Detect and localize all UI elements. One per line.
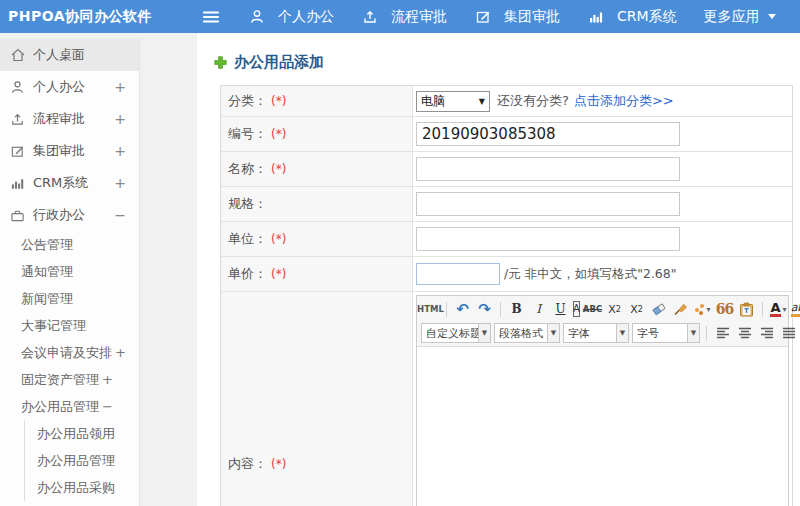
supplies-add-form: 分类： (*) 电脑 ▼ 还没有分类? 点击添加分类>> (220, 85, 793, 506)
required-mark: (*) (271, 127, 286, 141)
justify-icon[interactable] (779, 324, 798, 342)
code-label: 编号： (*) (221, 117, 413, 151)
superscript-button[interactable]: X2 (605, 300, 624, 318)
nav-workflow-approval[interactable]: 流程审批 (361, 8, 447, 26)
hamburger-menu-icon[interactable] (202, 10, 220, 24)
price-input[interactable] (416, 263, 500, 285)
nav-more-apps[interactable]: 更多应用 (704, 8, 776, 26)
sidebar-item-label: 个人桌面 (33, 46, 85, 64)
name-input[interactable] (416, 157, 680, 181)
code-input[interactable] (416, 122, 680, 146)
sidebar-item-admin-office[interactable]: 行政办公 − (0, 199, 139, 231)
expand-toggle[interactable]: + (114, 112, 126, 126)
spec-input[interactable] (416, 192, 680, 216)
form-row-name: 名称： (*) (221, 152, 792, 187)
sidebar-item-label: 办公用品采购 (37, 479, 115, 497)
format-brush-icon[interactable] (671, 300, 690, 318)
sidebar-item-label: 固定资产管理 (21, 371, 99, 389)
sidebar-item-label: 公告管理 (21, 236, 73, 254)
category-select[interactable]: 电脑 ▼ (416, 91, 490, 112)
align-left-icon[interactable] (713, 324, 732, 342)
toolbar-separator (762, 302, 763, 317)
expand-toggle[interactable]: + (115, 345, 126, 360)
paragraph-format-dropdown[interactable]: 段落格式▼ (494, 323, 560, 343)
sidebar-item-announcement-mgmt[interactable]: 公告管理 (0, 231, 139, 258)
form-row-spec: 规格： (221, 187, 792, 222)
mini-caret-icon: ▾ (783, 305, 787, 314)
sidebar-item-group-approval[interactable]: 集团审批 + (0, 135, 139, 167)
eraser-icon[interactable] (649, 300, 668, 318)
sidebar-item-news-mgmt[interactable]: 新闻管理 (0, 285, 139, 312)
subscript-button[interactable]: X2 (627, 300, 646, 318)
sidebar-item-supplies-claim[interactable]: 办公用品领用 (37, 420, 139, 447)
sidebar-item-meeting-request[interactable]: 会议申请及安排 + (0, 339, 139, 366)
paste-clipboard-icon[interactable]: T (737, 300, 756, 318)
underline-button[interactable]: U (551, 300, 570, 318)
sidebar-item-label: 集团审批 (33, 142, 85, 160)
sidebar-item-desktop[interactable]: 个人桌面 (0, 39, 139, 71)
sidebar-item-supplies-mgmt[interactable]: 办公用品管理 − (0, 393, 139, 420)
nav-label: 集团审批 (504, 8, 560, 26)
nav-label: 个人办公 (278, 8, 334, 26)
sidebar-item-supplies-manage[interactable]: 办公用品管理 (37, 447, 139, 474)
align-center-icon[interactable] (735, 324, 754, 342)
form-row-price: 单价： (*) /元 非中文，如填写格式"2.68" (221, 257, 792, 292)
collapse-toggle[interactable]: − (102, 399, 113, 414)
redo-icon[interactable]: ↷ (475, 300, 494, 318)
form-row-code: 编号： (*) (221, 117, 792, 152)
price-label: 单价： (*) (221, 257, 413, 291)
bold-button[interactable]: B (507, 300, 526, 318)
italic-button[interactable]: I (529, 300, 548, 318)
font-family-dropdown[interactable]: 字体▼ (563, 323, 629, 343)
heading-dropdown[interactable]: 自定义标题▼ (421, 323, 491, 343)
mini-caret-icon: ▾ (706, 305, 710, 314)
sidebar-item-workflow-approval[interactable]: 流程审批 + (0, 103, 139, 135)
nav-group-approval[interactable]: 集团审批 (474, 8, 560, 26)
sidebar-item-label: 新闻管理 (21, 290, 73, 308)
sidebar-item-notice-mgmt[interactable]: 通知管理 (0, 258, 139, 285)
content-label: 内容： (*) (221, 292, 413, 506)
blockquote-button[interactable]: 66 (715, 300, 734, 318)
add-category-link[interactable]: 点击添加分类>> (574, 92, 674, 110)
highlight-set-icon[interactable]: ▾ (693, 300, 712, 318)
sidebar-menu: 个人桌面 个人办公 + 流程审批 + (0, 39, 140, 506)
sidebar-item-label: 行政办公 (33, 206, 85, 224)
sidebar-item-label: 个人办公 (33, 78, 85, 96)
main-content: 办公用品添加 分类： (*) 电脑 ▼ 还没有分类? 点击添加 (197, 33, 800, 506)
collapse-toggle[interactable]: − (114, 208, 126, 222)
required-mark: (*) (271, 162, 286, 176)
undo-icon[interactable]: ↶ (453, 300, 472, 318)
nav-personal-office[interactable]: 个人办公 (248, 8, 334, 26)
strikethrough-button[interactable]: ABC (583, 300, 602, 318)
dropdown-caret-icon: ▼ (687, 324, 699, 342)
category-select-value: 电脑 (421, 93, 445, 110)
expand-toggle[interactable]: + (102, 372, 113, 387)
align-right-icon[interactable] (757, 324, 776, 342)
sidebar-item-crm[interactable]: CRM系统 + (0, 167, 139, 199)
svg-text:T: T (744, 307, 749, 315)
spec-label: 规格： (221, 187, 413, 221)
font-color-button[interactable]: A▾ (769, 300, 788, 318)
sidebar-item-label: 通知管理 (21, 263, 73, 281)
sidebar-item-label: CRM系统 (33, 174, 88, 192)
nav-crm-system[interactable]: CRM系统 (587, 8, 677, 26)
highlight-color-button[interactable]: ab▾ (791, 300, 800, 318)
font-style-button[interactable]: A (573, 301, 580, 317)
editor-toolbar-row1: HTML ↶ ↷ B I U A ABC (421, 297, 784, 321)
price-format-hint: /元 非中文，如填写格式"2.68" (504, 266, 677, 283)
sidebar-item-supplies-purchase[interactable]: 办公用品采购 (37, 474, 139, 501)
sidebar-item-personal-office[interactable]: 个人办公 + (0, 71, 139, 103)
source-code-button[interactable]: HTML (421, 300, 440, 318)
expand-toggle[interactable]: + (114, 144, 126, 158)
sidebar-item-fixed-assets[interactable]: 固定资产管理 + (0, 366, 139, 393)
app-window: PHPOA协同办公软件 个人办公 流程审批 集团审批 (0, 0, 800, 506)
sparkle-icon (694, 304, 704, 314)
expand-toggle[interactable]: + (114, 176, 126, 190)
unit-input[interactable] (416, 227, 680, 251)
editor-content[interactable] (417, 347, 788, 506)
add-plus-icon (214, 56, 227, 69)
sidebar-item-memorabilia-mgmt[interactable]: 大事记管理 (0, 312, 139, 339)
font-size-dropdown[interactable]: 字号▼ (632, 323, 700, 343)
expand-toggle[interactable]: + (114, 80, 126, 94)
caret-down-icon (768, 14, 776, 19)
